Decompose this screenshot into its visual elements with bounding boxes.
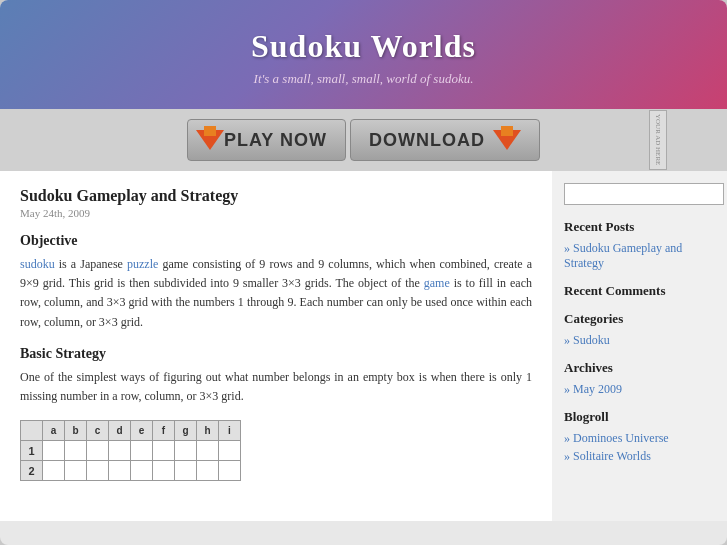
col-g: g [175, 421, 197, 441]
cell-2b [65, 461, 87, 481]
puzzle-link[interactable]: puzzle [127, 257, 158, 271]
col-i: i [219, 421, 241, 441]
table-row: 1 [21, 441, 241, 461]
objective-text: sudoku is a Japanese puzzle game consist… [20, 255, 532, 332]
site-subtitle: It's a small, small, small, world of sud… [20, 71, 707, 87]
archive-may2009-link[interactable]: May 2009 [573, 382, 622, 396]
play-now-button[interactable]: PLAY NOW [187, 119, 346, 161]
col-h: h [197, 421, 219, 441]
cell-1f [153, 441, 175, 461]
cell-2e [131, 461, 153, 481]
col-b: b [65, 421, 87, 441]
ad-banner: YOUR AD HERE [649, 110, 667, 170]
sidebar-categories: Categories Sudoku [564, 311, 715, 348]
categories-heading: Categories [564, 311, 715, 327]
col-f: f [153, 421, 175, 441]
sudoku-grid: a b c d e f g h i 1 [20, 420, 241, 481]
list-item: Sudoku [564, 333, 715, 348]
col-e: e [131, 421, 153, 441]
cell-2h [197, 461, 219, 481]
list-item: May 2009 [564, 382, 715, 397]
cell-1e [131, 441, 153, 461]
col-d: d [109, 421, 131, 441]
search-widget: Search [564, 183, 715, 205]
row-1-label: 1 [21, 441, 43, 461]
list-item: Solitaire Worlds [564, 449, 715, 464]
col-c: c [87, 421, 109, 441]
game-link[interactable]: game [424, 276, 450, 290]
cell-1h [197, 441, 219, 461]
archives-heading: Archives [564, 360, 715, 376]
recent-posts-heading: Recent Posts [564, 219, 715, 235]
blogroll-dominoes-link[interactable]: Dominoes Universe [573, 431, 669, 445]
cell-2g [175, 461, 197, 481]
download-button[interactable]: DOWNLOAD [350, 119, 540, 161]
download-arrow-icon [493, 126, 521, 154]
strategy-text: One of the simplest ways of figuring out… [20, 368, 532, 406]
categories-list: Sudoku [564, 333, 715, 348]
list-item: Dominoes Universe [564, 431, 715, 446]
category-sudoku-link[interactable]: Sudoku [573, 333, 610, 347]
sidebar-recent-posts: Recent Posts Sudoku Gameplay and Strateg… [564, 219, 715, 271]
archives-list: May 2009 [564, 382, 715, 397]
site-title: Sudoku Worlds [20, 28, 707, 65]
blogroll-heading: Blogroll [564, 409, 715, 425]
download-button-label: DOWNLOAD [369, 130, 485, 151]
search-input[interactable] [564, 183, 724, 205]
play-arrow-icon [196, 126, 224, 154]
cell-1g [175, 441, 197, 461]
content-area: Sudoku Gameplay and Strategy May 24th, 2… [0, 171, 727, 521]
cell-1i [219, 441, 241, 461]
recent-post-link[interactable]: Sudoku Gameplay and Strategy [564, 241, 682, 270]
row-label-header [21, 421, 43, 441]
post-date: May 24th, 2009 [20, 207, 532, 219]
post-title: Sudoku Gameplay and Strategy [20, 187, 532, 205]
cell-2c [87, 461, 109, 481]
cell-2d [109, 461, 131, 481]
cell-1d [109, 441, 131, 461]
recent-posts-list: Sudoku Gameplay and Strategy [564, 241, 715, 271]
blogroll-solitaire-link[interactable]: Solitaire Worlds [573, 449, 651, 463]
objective-heading: Objective [20, 233, 532, 249]
blogroll-list: Dominoes Universe Solitaire Worlds [564, 431, 715, 464]
strategy-heading: Basic Strategy [20, 346, 532, 362]
recent-comments-heading: Recent Comments [564, 283, 715, 299]
table-row: 2 [21, 461, 241, 481]
cell-1a [43, 441, 65, 461]
ad-text: YOUR AD HERE [654, 114, 662, 165]
cell-2f [153, 461, 175, 481]
banner-area: PLAY NOW DOWNLOAD YOUR AD HERE [0, 109, 727, 171]
cell-1b [65, 441, 87, 461]
sidebar-recent-comments: Recent Comments [564, 283, 715, 299]
col-a: a [43, 421, 65, 441]
cell-2a [43, 461, 65, 481]
cell-1c [87, 441, 109, 461]
sudoku-link[interactable]: sudoku [20, 257, 55, 271]
sidebar-blogroll: Blogroll Dominoes Universe Solitaire Wor… [564, 409, 715, 464]
site-header: Sudoku Worlds It's a small, small, small… [0, 0, 727, 109]
play-button-label: PLAY NOW [224, 130, 327, 151]
cell-2i [219, 461, 241, 481]
main-content: Sudoku Gameplay and Strategy May 24th, 2… [0, 171, 552, 521]
list-item: Sudoku Gameplay and Strategy [564, 241, 715, 271]
sidebar: Search Recent Posts Sudoku Gameplay and … [552, 171, 727, 521]
sidebar-archives: Archives May 2009 [564, 360, 715, 397]
row-2-label: 2 [21, 461, 43, 481]
